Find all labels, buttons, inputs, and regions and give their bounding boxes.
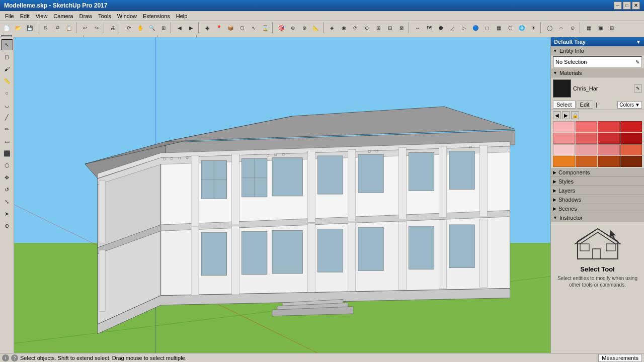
left-tool-rotate[interactable]: ↺ bbox=[2, 184, 13, 195]
color-swatch-2[interactable] bbox=[598, 121, 620, 132]
color-swatch-12[interactable] bbox=[553, 156, 575, 167]
toolbar-btn-51[interactable]: ☀ bbox=[528, 22, 539, 33]
toolbar-btn-53[interactable]: ◯ bbox=[544, 22, 555, 33]
menu-item-camera[interactable]: Camera bbox=[50, 12, 76, 20]
toolbar-btn-26[interactable]: ⌛ bbox=[260, 22, 271, 33]
toolbar-btn-14[interactable]: ✋ bbox=[135, 22, 146, 33]
toolbar-btn-57[interactable]: ▦ bbox=[583, 22, 594, 33]
toolbar-btn-45[interactable]: ▷ bbox=[458, 22, 469, 33]
toolbar-btn-25[interactable]: ∿ bbox=[248, 22, 259, 33]
toolbar-btn-59[interactable]: ⊞ bbox=[606, 22, 617, 33]
menu-item-view[interactable]: View bbox=[33, 12, 51, 20]
color-swatch-13[interactable] bbox=[576, 156, 598, 167]
toolbar-btn-48[interactable]: ▦ bbox=[493, 22, 504, 33]
toolbar-btn-8[interactable]: ↩ bbox=[79, 22, 91, 33]
toolbar-btn-46[interactable]: 🔵 bbox=[470, 22, 481, 33]
toolbar-btn-29[interactable]: ⊕ bbox=[287, 22, 298, 33]
toolbar-btn-28[interactable]: 🎯 bbox=[276, 22, 287, 33]
minimize-button[interactable]: ─ bbox=[614, 2, 622, 10]
left-tool-rect[interactable]: ▭ bbox=[2, 136, 13, 147]
menu-item-tools[interactable]: Tools bbox=[95, 12, 114, 20]
toolbar-btn-35[interactable]: ⟳ bbox=[350, 22, 361, 33]
toolbar-btn-36[interactable]: ⊙ bbox=[361, 22, 372, 33]
styles-section[interactable]: ▶ Styles bbox=[551, 177, 644, 186]
toolbar-btn-18[interactable]: ◀ bbox=[174, 22, 185, 33]
toolbar-btn-2[interactable]: 💾 bbox=[24, 22, 35, 33]
shadows-section[interactable]: ▶ Shadows bbox=[551, 195, 644, 204]
toolbar-btn-34[interactable]: ◉ bbox=[338, 22, 349, 33]
left-tool-line[interactable]: ╱ bbox=[2, 112, 13, 123]
color-swatch-7[interactable] bbox=[620, 133, 642, 144]
color-swatch-4[interactable] bbox=[553, 133, 575, 144]
color-forward-button[interactable]: ▶ bbox=[562, 111, 570, 119]
toolbar-btn-42[interactable]: 🗺 bbox=[424, 22, 435, 33]
left-tool-arc[interactable]: ◡ bbox=[2, 100, 13, 111]
menu-item-help[interactable]: Help bbox=[173, 12, 191, 20]
instructor-section-header[interactable]: ▼ Instructor bbox=[551, 213, 644, 222]
toolbar-btn-31[interactable]: 📐 bbox=[310, 22, 321, 33]
status-info-icon[interactable]: i bbox=[2, 354, 9, 361]
toolbar-btn-43[interactable]: ⬟ bbox=[435, 22, 446, 33]
edit-tab[interactable]: Edit bbox=[577, 101, 593, 109]
toolbar-btn-1[interactable]: 📂 bbox=[13, 22, 24, 33]
toolbar-btn-22[interactable]: 📍 bbox=[213, 22, 224, 33]
close-button[interactable]: ✕ bbox=[632, 2, 640, 10]
toolbar-btn-47[interactable]: ◻ bbox=[481, 22, 493, 33]
color-swatch-10[interactable] bbox=[598, 144, 620, 155]
color-swatch-5[interactable] bbox=[576, 133, 598, 144]
toolbar-btn-4[interactable]: ⎘ bbox=[40, 22, 51, 33]
left-tool-measure[interactable]: 📏 bbox=[2, 75, 13, 86]
entity-info-section[interactable]: ▼ Entity Info bbox=[551, 46, 644, 55]
menu-item-draw[interactable]: Draw bbox=[76, 12, 95, 20]
left-tool-paint[interactable]: 🖌 bbox=[2, 63, 13, 74]
toolbar-btn-9[interactable]: ↪ bbox=[91, 22, 102, 33]
toolbar-btn-23[interactable]: 📦 bbox=[225, 22, 236, 33]
toolbar-btn-39[interactable]: ⊠ bbox=[396, 22, 407, 33]
viewport[interactable] bbox=[14, 37, 550, 353]
toolbar-btn-55[interactable]: ⊙ bbox=[567, 22, 578, 33]
toolbar-btn-50[interactable]: 🌐 bbox=[516, 22, 527, 33]
menu-item-edit[interactable]: Edit bbox=[17, 12, 33, 20]
color-swatch-15[interactable] bbox=[620, 156, 642, 167]
status-help-icon[interactable]: ? bbox=[11, 354, 18, 361]
menu-item-extensions[interactable]: Extensions bbox=[140, 12, 173, 20]
components-section[interactable]: ▶ Components bbox=[551, 168, 644, 177]
toolbar-btn-11[interactable]: 🖨 bbox=[107, 22, 118, 33]
select-tab[interactable]: Select bbox=[553, 101, 576, 109]
left-tool-scale[interactable]: ⤡ bbox=[2, 196, 13, 207]
materials-section[interactable]: ▼ Materials bbox=[551, 68, 644, 77]
left-tool-select[interactable]: ↖ bbox=[2, 39, 13, 50]
layers-section[interactable]: ▶ Layers bbox=[551, 186, 644, 195]
color-swatch-3[interactable] bbox=[620, 121, 642, 132]
material-edit-button[interactable]: ✎ bbox=[634, 84, 642, 93]
toolbar-btn-15[interactable]: 🔍 bbox=[146, 22, 157, 33]
toolbar-btn-38[interactable]: ⊟ bbox=[384, 22, 395, 33]
scenes-section[interactable]: ▶ Scenes bbox=[551, 204, 644, 213]
toolbar-btn-21[interactable]: ◉ bbox=[202, 22, 213, 33]
left-tool-pencil[interactable]: ✏ bbox=[2, 124, 13, 135]
toolbar-btn-30[interactable]: ⊗ bbox=[299, 22, 310, 33]
panel-close-icon[interactable]: ▼ bbox=[636, 39, 641, 45]
left-tool-offset[interactable]: ⬡ bbox=[2, 160, 13, 171]
color-swatch-6[interactable] bbox=[598, 133, 620, 144]
toolbar-btn-33[interactable]: ◈ bbox=[327, 22, 338, 33]
color-swatch-1[interactable] bbox=[576, 121, 598, 132]
color-swatch-14[interactable] bbox=[598, 156, 620, 167]
toolbar-btn-41[interactable]: ↔ bbox=[412, 22, 423, 33]
color-back-button[interactable]: ◀ bbox=[553, 111, 561, 119]
color-swatch-11[interactable] bbox=[620, 144, 642, 155]
left-tool-push-pull[interactable]: ⬛ bbox=[2, 148, 13, 159]
color-dropdown[interactable]: Colors ▼ bbox=[617, 101, 642, 109]
color-swatch-8[interactable] bbox=[553, 144, 575, 155]
toolbar-btn-6[interactable]: 📋 bbox=[63, 22, 74, 33]
toolbar-btn-49[interactable]: ⬡ bbox=[505, 22, 516, 33]
toolbar-btn-54[interactable]: ⌓ bbox=[555, 22, 567, 33]
toolbar-btn-37[interactable]: ⊞ bbox=[373, 22, 384, 33]
menu-item-window[interactable]: Window bbox=[114, 12, 140, 20]
toolbar-btn-13[interactable]: ⟳ bbox=[123, 22, 134, 33]
toolbar-btn-0[interactable]: 📄 bbox=[1, 22, 12, 33]
entity-info-edit-icon[interactable]: ✎ bbox=[635, 59, 639, 65]
color-swatch-9[interactable] bbox=[576, 144, 598, 155]
left-tool-eraser[interactable]: ◻ bbox=[2, 51, 13, 62]
left-tool-move[interactable]: ✥ bbox=[2, 172, 13, 183]
